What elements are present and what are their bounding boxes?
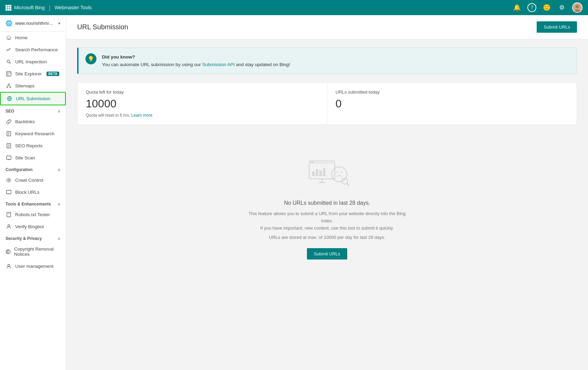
submission-api-link[interactable]: Submission API <box>202 62 235 67</box>
crawl-control-label: Crawl Control <box>15 178 43 183</box>
site-explorer-icon <box>6 71 12 76</box>
quota-note: Quota will reset in 8 hrs. Learn more <box>86 113 319 118</box>
sidebar-item-block-urls[interactable]: Block URLs <box>0 186 66 198</box>
search-performance-label: Search Performance <box>15 47 58 52</box>
svg-point-36 <box>6 250 10 254</box>
crawl-control-icon <box>6 178 12 183</box>
verify-bingbot-label: Verify Bingbot <box>15 224 44 229</box>
configuration-section-header[interactable]: Configuration ∧ <box>0 164 66 174</box>
svg-point-1 <box>576 5 579 8</box>
sidebar-item-copyright-removal[interactable]: Copyright Removal Notices <box>0 243 66 260</box>
domain-selector[interactable]: 🌐 www.nourishthrive.com ▾ <box>0 15 66 32</box>
sidebar-item-search-performance[interactable]: Search Performance <box>0 44 66 56</box>
help-icon[interactable]: ? <box>527 3 536 12</box>
domain-name: www.nourishthrive.com <box>15 21 55 26</box>
tools-chevron: ∧ <box>58 202 60 207</box>
copyright-removal-icon <box>6 249 11 254</box>
main-content: URL Submission Submit URLs 💡 Did you kno… <box>66 15 588 370</box>
site-scan-icon <box>6 155 12 160</box>
notification-icon[interactable]: 🔔 <box>512 3 522 12</box>
sidebar-item-site-explorer[interactable]: Site Explorer BETA <box>0 68 66 80</box>
svg-rect-44 <box>312 171 314 176</box>
quota-card: Quota left for today 10000 Quota will re… <box>78 83 327 125</box>
svg-point-35 <box>8 225 10 227</box>
learn-more-link[interactable]: Learn more <box>131 113 152 118</box>
seo-section-label: SEO <box>6 109 14 114</box>
stats-row: Quota left for today 10000 Quota will re… <box>77 82 577 125</box>
info-banner: 💡 Did you know? You can automate URL sub… <box>77 47 577 74</box>
site-explorer-label: Site Explorer <box>15 71 42 76</box>
brand-logo[interactable]: Microsoft Bing | Webmaster Tools <box>6 4 92 11</box>
empty-title: No URLs submitted in last 28 days. <box>284 200 370 206</box>
info-banner-text: Did you know? You can automate URL submi… <box>102 53 290 68</box>
copyright-removal-label: Copyright Removal Notices <box>14 246 60 257</box>
sidebar-item-url-inspection[interactable]: URL Inspection <box>0 56 66 68</box>
submitted-label: URLs submitted today <box>336 89 568 95</box>
sidebar-item-crawl-control[interactable]: Crawl Control <box>0 174 66 186</box>
svg-rect-31 <box>7 190 11 194</box>
svg-rect-26 <box>7 156 11 159</box>
keyword-research-label: Keyword Research <box>15 131 54 136</box>
quota-value: 10000 <box>86 97 319 110</box>
empty-illustration <box>303 154 351 192</box>
bing-brand-text: Microsoft Bing <box>14 5 45 10</box>
page-title: URL Submission <box>77 23 128 31</box>
robots-tester-icon <box>6 212 12 217</box>
sidebar-item-robots-tester[interactable]: Robots.txt Tester <box>0 209 66 221</box>
svg-point-49 <box>332 167 347 182</box>
sidebar-item-sitemaps[interactable]: Sitemaps <box>0 80 66 92</box>
sidebar-item-backlinks[interactable]: Backlinks <box>0 116 66 128</box>
main-layout: 🌐 www.nourishthrive.com ▾ Home Search Pe… <box>0 15 588 370</box>
beta-badge: BETA <box>47 72 59 76</box>
block-urls-label: Block URLs <box>15 190 40 195</box>
emoji-icon[interactable]: 🙂 <box>542 3 551 12</box>
top-navigation: Microsoft Bing | Webmaster Tools 🔔 ? 🙂 ⚙ <box>0 0 588 15</box>
sidebar-item-url-submission[interactable]: URL Submission <box>0 92 66 105</box>
empty-state: No URLs submitted in last 28 days. This … <box>77 133 577 280</box>
submit-urls-empty-button[interactable]: Submit URLs <box>307 248 347 260</box>
svg-line-53 <box>347 183 349 186</box>
svg-line-4 <box>9 63 11 64</box>
seo-section-header[interactable]: SEO ∧ <box>0 105 66 116</box>
sidebar-item-site-scan[interactable]: Site Scan <box>0 152 66 164</box>
svg-rect-9 <box>7 87 8 88</box>
sidebar-item-home[interactable]: Home <box>0 32 66 44</box>
content-header: URL Submission Submit URLs <box>66 15 588 39</box>
svg-point-50 <box>337 172 338 173</box>
svg-point-51 <box>341 172 342 173</box>
brand-divider: | <box>49 4 51 11</box>
avatar[interactable] <box>572 2 582 13</box>
sidebar-item-keyword-research[interactable]: Keyword Research <box>0 128 66 140</box>
topnav-icons: 🔔 ? 🙂 ⚙ <box>512 2 582 13</box>
sidebar-item-seo-reports[interactable]: SEO Reports <box>0 140 66 152</box>
search-performance-icon <box>6 47 12 52</box>
svg-rect-40 <box>310 162 311 163</box>
user-management-icon <box>6 264 12 269</box>
robots-tester-label: Robots.txt Tester <box>15 212 50 217</box>
sidebar-item-verify-bingbot[interactable]: Verify Bingbot <box>0 221 66 233</box>
tool-title-text: Webmaster Tools <box>54 5 92 10</box>
url-submission-icon <box>6 96 12 101</box>
tools-section-label: Tools & Enhancements <box>6 202 51 207</box>
seo-reports-label: SEO Reports <box>15 143 43 148</box>
submit-urls-header-button[interactable]: Submit URLs <box>537 21 577 33</box>
user-management-label: User management <box>15 264 53 269</box>
settings-icon[interactable]: ⚙ <box>557 3 567 12</box>
quota-label: Quota left for today <box>86 89 319 95</box>
configuration-chevron: ∧ <box>58 168 60 172</box>
url-submission-label: URL Submission <box>16 96 50 101</box>
tools-section-header[interactable]: Tools & Enhancements ∧ <box>0 198 66 209</box>
block-urls-icon <box>6 190 12 195</box>
security-section-header[interactable]: Security & Privacy ∧ <box>0 233 66 243</box>
submitted-card: URLs submitted today 0 <box>327 83 577 125</box>
sitemaps-icon <box>6 83 12 88</box>
configuration-section-label: Configuration <box>6 167 33 172</box>
svg-rect-5 <box>7 72 11 76</box>
sidebar-item-user-management[interactable]: User management <box>0 260 66 272</box>
site-scan-label: Site Scan <box>15 155 35 160</box>
svg-rect-41 <box>312 162 313 163</box>
info-banner-body: You can automate URL submission by using… <box>102 62 290 67</box>
svg-rect-45 <box>316 169 318 176</box>
svg-point-30 <box>7 178 11 182</box>
submitted-value: 0 <box>336 97 568 110</box>
